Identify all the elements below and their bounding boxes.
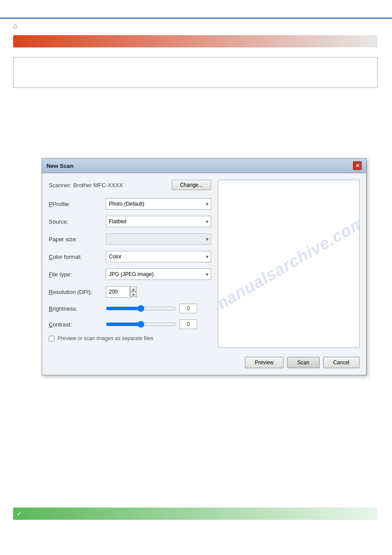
description-box: [13, 57, 378, 88]
paper-size-row: Paper size: ▼: [49, 233, 211, 245]
source-label: Source:: [49, 218, 106, 225]
profile-select[interactable]: Photo (Default) Documents Custom: [106, 198, 211, 210]
profile-control: Photo (Default) Documents Custom ▼: [106, 198, 211, 210]
success-bar: ✓: [13, 508, 378, 520]
watermark: manualsarchive.com: [218, 212, 360, 315]
file-type-row: File type: JPG (JPEG image) BMP (Bitmap …: [49, 268, 211, 280]
scanner-label: Scanner: Brother MFC-XXXX: [49, 182, 123, 189]
top-divider-line: [0, 18, 392, 19]
contrast-row: Contrast: 0: [49, 319, 211, 329]
resolution-up-button[interactable]: ▲: [130, 287, 137, 292]
home-icon[interactable]: ⌂: [13, 22, 18, 29]
separate-files-label: Preview or scan images as separate files: [58, 335, 153, 341]
resolution-down-button[interactable]: ▼: [130, 292, 137, 297]
section-header-bar: [13, 35, 378, 47]
resolution-spinner: ▲ ▼: [130, 287, 137, 297]
dialog-left-panel: Scanner: Brother MFC-XXXX Change... PPro…: [49, 180, 211, 348]
contrast-slider[interactable]: [106, 321, 176, 328]
resolution-label: Resolution (DPI):: [49, 289, 106, 295]
contrast-value: 0: [180, 319, 197, 329]
file-type-label: File type:: [49, 271, 106, 278]
scan-button[interactable]: Scan: [287, 357, 319, 368]
color-format-select[interactable]: Color Grayscale Black and White: [106, 251, 211, 262]
brightness-label: Brightness:: [49, 305, 106, 312]
home-icon-area: ⌂: [13, 22, 18, 30]
scanner-row: Scanner: Brother MFC-XXXX Change...: [49, 180, 211, 190]
change-scanner-button[interactable]: Change...: [172, 180, 211, 190]
cancel-button[interactable]: Cancel: [323, 357, 360, 368]
paper-size-control: ▼: [106, 233, 211, 245]
brightness-slider[interactable]: [106, 305, 176, 312]
dialog-close-button[interactable]: ✕: [353, 161, 362, 170]
file-type-control: JPG (JPEG image) BMP (Bitmap image) PNG …: [106, 268, 211, 280]
resolution-row: Resolution (DPI): ▲ ▼: [49, 286, 211, 297]
source-row: Source: Flatbed ADF (Single-sided) ADF (…: [49, 216, 211, 227]
brightness-value: 0: [180, 304, 197, 313]
color-format-label: Color format:: [49, 254, 106, 260]
color-format-row: Color format: Color Grayscale Black and …: [49, 251, 211, 262]
paper-size-label: Paper size:: [49, 236, 106, 243]
brightness-row: Brightness: 0: [49, 304, 211, 313]
profile-row: PProfile: Photo (Default) Documents Cust…: [49, 198, 211, 210]
source-select[interactable]: Flatbed ADF (Single-sided) ADF (Double-s…: [106, 216, 211, 227]
resolution-input[interactable]: [106, 286, 130, 297]
profile-label: PProfile:: [49, 201, 106, 207]
dialog-titlebar: New Scan ✕: [42, 159, 366, 173]
check-icon: ✓: [17, 510, 22, 517]
dialog-footer: Preview Scan Cancel: [42, 355, 366, 375]
source-control: Flatbed ADF (Single-sided) ADF (Double-s…: [106, 216, 211, 227]
preview-panel: manualsarchive.com: [218, 180, 360, 348]
resolution-control: ▲ ▼: [106, 286, 137, 297]
new-scan-dialog: New Scan ✕ Scanner: Brother MFC-XXXX Cha…: [42, 158, 367, 375]
color-format-control: Color Grayscale Black and White ▼: [106, 251, 211, 262]
separate-files-row: Preview or scan images as separate files: [49, 335, 211, 341]
contrast-label: Contrast:: [49, 321, 106, 328]
brightness-control: 0: [106, 304, 211, 313]
dialog-body: Scanner: Brother MFC-XXXX Change... PPro…: [42, 173, 366, 355]
separate-files-checkbox[interactable]: [49, 336, 54, 341]
contrast-control: 0: [106, 319, 211, 329]
dialog-title: New Scan: [47, 163, 73, 169]
file-type-select[interactable]: JPG (JPEG image) BMP (Bitmap image) PNG …: [106, 268, 211, 280]
preview-button[interactable]: Preview: [245, 357, 284, 368]
paper-size-select[interactable]: [106, 233, 211, 245]
